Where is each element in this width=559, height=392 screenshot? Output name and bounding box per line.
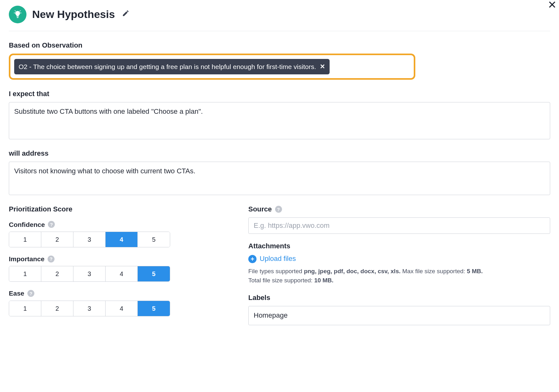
observation-field[interactable]: O2 - The choice between signing up and g…: [9, 54, 415, 80]
observation-chip-text: O2 - The choice between signing up and g…: [19, 62, 316, 71]
expect-label: I expect that: [9, 89, 550, 99]
confidence-score-group: 1 2 3 4 5: [9, 232, 170, 247]
observation-label: Based on Observation: [9, 41, 550, 50]
svg-rect-1: [17, 17, 19, 18]
ease-score-group: 1 2 3 4 5: [9, 301, 170, 316]
upload-files-text: Upload files: [260, 254, 296, 264]
expect-value: Substitute two CTA buttons with one labe…: [14, 107, 203, 115]
observation-chip[interactable]: O2 - The choice between signing up and g…: [14, 59, 330, 74]
confidence-help-icon[interactable]: ?: [48, 221, 55, 228]
expect-input[interactable]: Substitute two CTA buttons with one labe…: [9, 102, 550, 139]
ease-option-2[interactable]: 2: [41, 301, 73, 316]
confidence-option-2[interactable]: 2: [41, 232, 73, 247]
close-icon[interactable]: ✕: [548, 0, 556, 10]
remove-chip-icon[interactable]: ✕: [319, 62, 325, 71]
confidence-option-5[interactable]: 5: [138, 232, 170, 247]
page-title: New Hypothesis: [32, 7, 115, 22]
labels-input[interactable]: Homepage: [248, 306, 550, 325]
address-label: will address: [9, 149, 550, 159]
importance-option-1[interactable]: 1: [9, 266, 41, 281]
note-max: 5 MB.: [467, 268, 483, 274]
attachments-note: File types supported png, jpeg, pdf, doc…: [248, 267, 550, 285]
attachments-label: Attachments: [248, 241, 550, 251]
ease-label: Ease: [9, 289, 24, 298]
svg-rect-0: [17, 16, 19, 17]
note-types: png, jpeg, pdf, doc, docx, csv, xls.: [304, 268, 401, 274]
note-prefix: File types supported: [248, 268, 304, 274]
importance-help-icon[interactable]: ?: [48, 256, 55, 262]
confidence-option-4[interactable]: 4: [106, 232, 138, 247]
page-header: New Hypothesis: [9, 0, 550, 31]
note-total: 10 MB.: [314, 277, 333, 284]
importance-label: Importance: [9, 254, 44, 263]
ease-help-icon[interactable]: ?: [27, 290, 34, 297]
source-help-icon[interactable]: ?: [275, 206, 282, 213]
source-label: Source: [248, 205, 272, 214]
ease-option-4[interactable]: 4: [106, 301, 138, 316]
priority-heading: Prioritization Score: [9, 205, 236, 214]
upload-files-button[interactable]: + Upload files: [248, 254, 550, 264]
importance-option-5[interactable]: 5: [138, 266, 170, 281]
plus-circle-icon: +: [248, 255, 256, 263]
confidence-option-1[interactable]: 1: [9, 232, 41, 247]
ease-option-1[interactable]: 1: [9, 301, 41, 316]
edit-title-icon[interactable]: [122, 9, 130, 20]
note-total-prefix: Total file size supported:: [248, 277, 314, 284]
importance-option-3[interactable]: 3: [73, 266, 106, 281]
labels-value: Homepage: [254, 311, 288, 319]
source-input[interactable]: [248, 217, 550, 234]
address-value: Visitors not knowing what to choose with…: [14, 167, 195, 175]
importance-score-group: 1 2 3 4 5: [9, 266, 170, 282]
importance-option-2[interactable]: 2: [41, 266, 73, 281]
confidence-label: Confidence: [9, 220, 45, 229]
lightbulb-icon: [9, 6, 26, 23]
note-max-prefix: Max file size supported:: [401, 268, 467, 274]
labels-label: Labels: [248, 293, 550, 303]
importance-option-4[interactable]: 4: [106, 266, 138, 281]
ease-option-5[interactable]: 5: [138, 301, 170, 316]
confidence-option-3[interactable]: 3: [73, 232, 106, 247]
ease-option-3[interactable]: 3: [73, 301, 106, 316]
address-input[interactable]: Visitors not knowing what to choose with…: [9, 162, 550, 195]
